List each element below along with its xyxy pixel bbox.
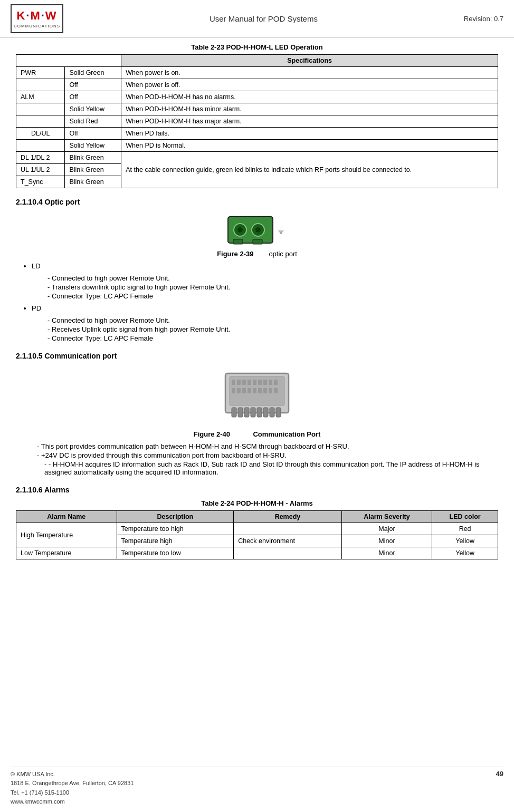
led-desc: When PD fails. [121,128,498,140]
led-state: Blink Green [65,176,121,188]
list-item: Connector Type: LC APC Female [47,334,498,342]
table-row: ALM Off When POD-H-HOM-H has no alarms. [16,91,498,103]
led-color: Red [432,523,498,535]
list-item: Connected to high power Remote Unit. [47,316,498,324]
svg-rect-20 [242,380,246,385]
footer-address: 1818 E. Orangethrope Ave, Fullerton, CA … [11,779,134,788]
figure-2-39-num: Figure 2-39 [217,250,253,258]
svg-rect-24 [263,380,267,385]
svg-rect-35 [274,388,278,393]
spec-header: Specifications [121,55,498,67]
svg-rect-15 [263,408,268,417]
footer-contact: © KMW USA Inc. 1818 E. Orangethrope Ave,… [11,770,134,807]
svg-rect-21 [248,380,251,385]
optic-port-image: ⏚ [16,214,498,247]
table-alarms: Alarm Name Description Remedy Alarm Seve… [16,510,498,559]
svg-rect-28 [237,388,241,393]
svg-rect-34 [269,388,272,393]
list-item: Transfers downlink optic signal to high … [47,283,498,291]
led-header: LED color [432,511,498,523]
description-header: Description [117,511,234,523]
svg-rect-14 [257,408,262,417]
figure-2-40-num: Figure 2-40 [194,430,230,438]
led-desc: When power is on. [121,67,498,79]
svg-rect-6 [253,239,262,244]
led-state: Solid Yellow [65,103,121,115]
list-item: - H-HOM-H acquires ID information such a… [37,460,498,476]
list-item: Connector Type: LC APC Female [47,292,498,300]
table-row: Low Temperature Temperature too low Mino… [16,547,498,559]
table-row: Solid Red When POD-H-HOM-H has major ala… [16,115,498,128]
led-state: Off [65,79,121,91]
table-row: Solid Yellow When POD-H-HOM-H has minor … [16,103,498,115]
figure-2-39-caption: Figure 2-39 optic port [16,250,498,258]
svg-rect-17 [276,408,281,417]
led-name: ALM [16,91,65,103]
led-state: Solid Green [65,67,121,79]
figure-2-40-caption: Figure 2-40 Communication Port [16,430,498,438]
svg-rect-16 [270,408,274,417]
table-row: Off When power is off. [16,79,498,91]
alarm-description: Temperature too high [117,523,234,535]
revision-label: Revision: 0.7 [464,15,503,23]
page-number: 49 [496,770,503,807]
footer-tel: Tel. +1 (714) 515-1100 [11,788,134,798]
alarm-description: Temperature too low [117,547,234,559]
led-desc: When power is off. [121,79,498,91]
logo-box: K·M·W COMMUNICATIONS [11,4,63,33]
figure-2-39-label: optic port [269,250,297,258]
pd-title: PD [32,304,498,312]
led-color: Yellow [432,547,498,559]
svg-rect-30 [248,388,251,393]
section-2110-6-heading: 2.1.10.6 Alarms [16,486,498,494]
page-footer: © KMW USA Inc. 1818 E. Orangethrope Ave,… [11,767,503,807]
logo-communications: COMMUNICATIONS [14,24,60,28]
section-2110-5-heading: 2.1.10.5 Communication port [16,352,498,360]
led-state: Blink Green [65,164,121,176]
alarm-name: High Temperature [16,523,117,547]
led-color: Yellow [432,535,498,547]
svg-rect-31 [253,388,256,393]
alarm-remedy [234,547,342,559]
led-state: Off [65,91,121,103]
alarm-severity: Minor [341,547,432,559]
table-row: PWR Solid Green When power is on. [16,67,498,79]
svg-rect-32 [258,388,262,393]
pd-items: Connected to high power Remote Unit. Rec… [47,316,498,342]
led-name [16,79,65,91]
table-row: DL/UL Off When PD fails. [16,128,498,140]
svg-rect-18 [232,380,235,385]
svg-rect-33 [263,388,267,393]
alarm-severity: Minor [341,535,432,547]
alarm-name: Low Temperature [16,547,117,559]
led-name: DL 1/DL 2 [16,152,65,164]
alarm-severity: Major [341,523,432,535]
table23-caption: Table 2-23 POD-H-HOM-L LED Operation [16,43,498,51]
ld-section: LD [32,262,498,270]
comm-port-image [16,368,498,428]
table-led-operation: Specifications PWR Solid Green When powe… [16,54,498,188]
alarm-name-header: Alarm Name [16,511,117,523]
svg-rect-25 [269,380,272,385]
svg-rect-29 [242,388,246,393]
footer-company: © KMW USA Inc. [11,770,134,779]
svg-rect-22 [253,380,256,385]
remedy-header: Remedy [234,511,342,523]
optic-port-svg: ⏚ [225,214,289,246]
list-item: Receives Uplink optic signal from high p… [47,325,498,333]
document-title: User Manual for POD Systems [63,14,464,23]
table-row: High Temperature Temperature too high Ma… [16,523,498,535]
table-row: Solid Yellow When PD is Normal. [16,140,498,152]
svg-rect-23 [258,380,262,385]
severity-header: Alarm Severity [341,511,432,523]
list-item: This port provides communication path be… [37,442,498,450]
section-2110-4-heading: 2.1.10.4 Optic port [16,198,498,206]
led-name: PWR [16,67,65,79]
led-desc: When POD-H-HOM-H has no alarms. [121,91,498,103]
led-desc: At the cable connection guide, green led… [121,152,498,188]
alarm-remedy [234,523,342,535]
svg-rect-13 [251,408,255,417]
list-item: +24V DC is provided through this communi… [37,451,498,459]
ld-title: LD [32,262,498,270]
led-name [16,115,65,128]
